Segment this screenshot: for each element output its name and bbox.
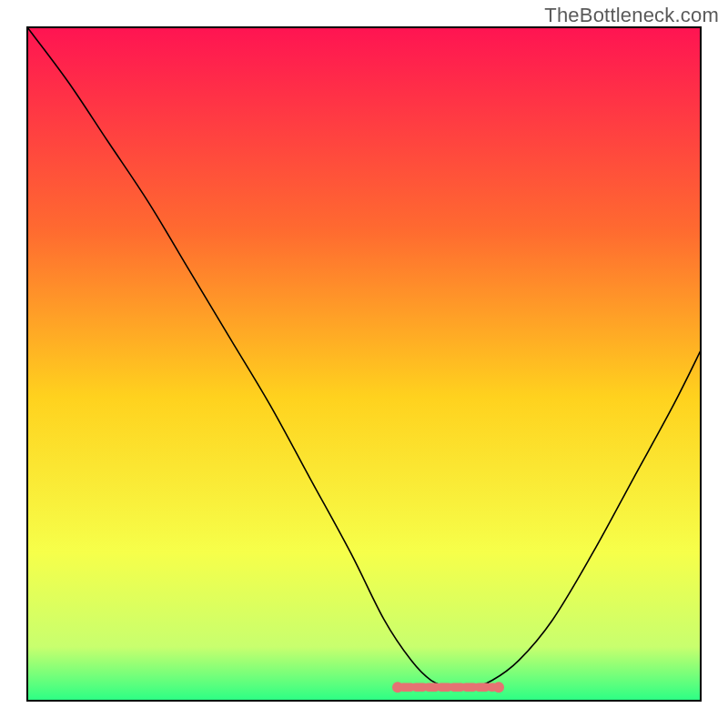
bottleneck-chart xyxy=(0,0,728,728)
plot-background xyxy=(27,27,701,701)
watermark-text: TheBottleneck.com xyxy=(544,4,719,27)
chart-container: TheBottleneck.com xyxy=(0,0,728,728)
optimal-region-marker xyxy=(392,682,504,693)
